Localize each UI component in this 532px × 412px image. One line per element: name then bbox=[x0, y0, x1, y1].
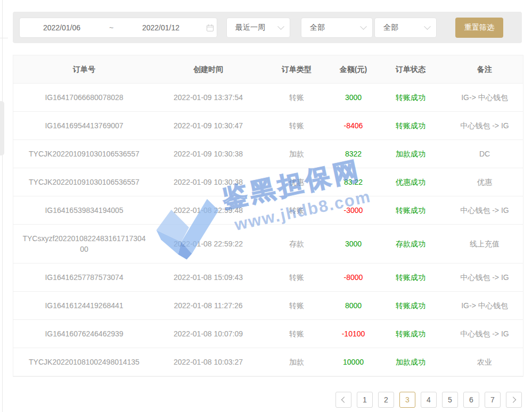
cell-order-no: IG16417066680078028 bbox=[13, 84, 155, 111]
cell-amount: -8000 bbox=[332, 263, 375, 291]
date-start-value[interactable]: 2022/01/06 bbox=[20, 23, 104, 32]
cell-order-no: TYCJK202201091030106536557 bbox=[13, 168, 155, 196]
cell-created-time: 2022-01-08 11:27:26 bbox=[155, 292, 261, 319]
cell-amount: 3000 bbox=[332, 230, 375, 258]
order-status-select[interactable]: 全部 bbox=[374, 18, 437, 38]
cell-remark: IG-> 中心钱包 bbox=[446, 292, 523, 319]
date-range-picker[interactable]: 2022/01/06 ~ 2022/01/12 bbox=[19, 18, 217, 38]
cell-created-time: 2022-01-09 10:30:38 bbox=[155, 168, 261, 196]
left-edge-tick bbox=[0, 38, 8, 38]
cell-amount: -8406 bbox=[332, 112, 375, 139]
column-header: 金额(元) bbox=[332, 55, 375, 83]
chevron-down-icon bbox=[277, 23, 284, 30]
cell-order-no: IG16416076246462939 bbox=[13, 320, 155, 348]
table-row: IG164170666800780282022-01-09 13:37:54转账… bbox=[13, 84, 523, 112]
cell-amount: 3000 bbox=[332, 84, 375, 111]
cell-order-status: 转账成功 bbox=[375, 263, 446, 291]
cell-order-no: TYCsxyzf202201082248316171730400 bbox=[13, 225, 155, 263]
page-button-2[interactable]: 2 bbox=[378, 392, 394, 408]
order-table: 订单号创建时间订单类型金额(元)订单状态备注 IG164170666800780… bbox=[13, 55, 523, 377]
page-button-7[interactable]: 7 bbox=[485, 392, 501, 408]
cell-amount: 83.22 bbox=[332, 168, 375, 196]
cell-remark: 中心钱包 -> IG bbox=[446, 112, 523, 139]
cell-created-time: 2022-01-09 13:37:54 bbox=[155, 84, 261, 111]
cell-remark: IG-> 中心钱包 bbox=[446, 84, 523, 111]
cell-order-status: 加款成功 bbox=[375, 140, 446, 168]
table-header-row: 订单号创建时间订单类型金额(元)订单状态备注 bbox=[13, 55, 523, 84]
cell-order-status: 存款成功 bbox=[375, 230, 446, 258]
reset-filter-button[interactable]: 重置筛选 bbox=[455, 18, 503, 38]
cell-order-no: TYCJK202201091030106536557 bbox=[13, 140, 155, 168]
order-type-value: 全部 bbox=[310, 23, 361, 32]
pagination: 1234567 bbox=[330, 392, 522, 408]
cell-order-type: 转账 bbox=[261, 84, 332, 111]
cell-order-status: 加款成功 bbox=[375, 348, 446, 376]
order-table-body: IG164170666800780282022-01-09 13:37:54转账… bbox=[13, 84, 523, 376]
cell-created-time: 2022-01-09 10:30:38 bbox=[155, 140, 261, 168]
column-header: 订单号 bbox=[13, 55, 155, 83]
chevron-down-icon bbox=[360, 23, 367, 30]
cell-order-type: 转账 bbox=[261, 263, 332, 291]
cell-order-no: IG16416124419268441 bbox=[13, 292, 155, 319]
page-button-1[interactable]: 1 bbox=[357, 392, 373, 408]
cell-order-type: 加款 bbox=[261, 140, 332, 168]
cell-order-no: IG16416954413769007 bbox=[13, 112, 155, 139]
chevron-down-icon bbox=[424, 23, 431, 30]
chevron-left-icon bbox=[341, 397, 347, 402]
table-row: IG164162577875730742022-01-08 15:09:43转账… bbox=[13, 263, 523, 292]
cell-order-no: IG16416257787573074 bbox=[13, 263, 155, 291]
cell-amount: 8000 bbox=[332, 292, 375, 319]
page-button-6[interactable]: 6 bbox=[463, 392, 479, 408]
cell-remark: 线上充值 bbox=[446, 230, 523, 258]
cell-order-status: 转账成功 bbox=[375, 84, 446, 111]
date-preset-value: 最近一周 bbox=[235, 23, 279, 32]
cell-order-no: TYCJK202201081002498014135 bbox=[13, 348, 155, 376]
table-row: TYCsxyzf2022010822483161717304002022-01-… bbox=[13, 225, 523, 263]
table-row: TYCJK2022010810024980141352022-01-08 10:… bbox=[13, 348, 523, 376]
cell-amount: 10000 bbox=[332, 348, 375, 376]
chevron-right-icon bbox=[510, 397, 516, 402]
table-row: IG164165398341940052022-01-08 22:59:48转账… bbox=[13, 196, 523, 225]
left-edge-divider bbox=[2, 0, 3, 412]
cell-order-type: 优惠 bbox=[261, 168, 332, 196]
left-edge-strip bbox=[0, 101, 4, 155]
order-type-select[interactable]: 全部 bbox=[301, 18, 373, 38]
column-header: 订单类型 bbox=[261, 55, 332, 83]
date-end-value[interactable]: 2022/01/12 bbox=[119, 23, 203, 32]
table-row: IG164169544137690072022-01-09 10:30:47转账… bbox=[13, 112, 523, 140]
cell-remark: 农业 bbox=[446, 348, 523, 376]
cell-created-time: 2022-01-09 10:30:47 bbox=[155, 112, 261, 139]
order-status-value: 全部 bbox=[383, 23, 425, 32]
calendar-icon bbox=[203, 24, 217, 32]
table-row: TYCJK2022010910301065365572022-01-09 10:… bbox=[13, 140, 523, 168]
cell-order-status: 转账成功 bbox=[375, 292, 446, 319]
cell-order-type: 转账 bbox=[261, 292, 332, 319]
cell-order-type: 加款 bbox=[261, 348, 332, 376]
cell-created-time: 2022-01-08 15:09:43 bbox=[155, 263, 261, 291]
cell-order-no: IG16416539834194005 bbox=[13, 196, 155, 224]
column-header: 创建时间 bbox=[155, 55, 261, 83]
date-preset-select[interactable]: 最近一周 bbox=[226, 18, 290, 38]
page-button-3[interactable]: 3 bbox=[399, 392, 415, 408]
cell-amount: -10100 bbox=[332, 320, 375, 348]
cell-order-type: 转账 bbox=[261, 320, 332, 348]
table-row: IG164160762464629392022-01-08 10:07:09转账… bbox=[13, 320, 523, 348]
cell-created-time: 2022-01-08 10:03:27 bbox=[155, 348, 261, 376]
page-button-4[interactable]: 4 bbox=[421, 392, 437, 408]
page-button-5[interactable]: 5 bbox=[442, 392, 458, 408]
cell-order-type: 转账 bbox=[261, 112, 332, 139]
cell-remark: 中心钱包 -> IG bbox=[446, 196, 523, 224]
cell-remark: 中心钱包 -> IG bbox=[446, 263, 523, 291]
cell-order-type: 转账 bbox=[261, 196, 332, 224]
cell-remark: 中心钱包 -> IG bbox=[446, 320, 523, 348]
column-header: 订单状态 bbox=[375, 55, 446, 83]
cell-created-time: 2022-01-08 10:07:09 bbox=[155, 320, 261, 348]
table-row: IG164161244192684412022-01-08 11:27:26转账… bbox=[13, 292, 523, 320]
pagination-next-button[interactable] bbox=[506, 392, 522, 408]
column-header: 备注 bbox=[446, 55, 523, 83]
pagination-prev-button[interactable] bbox=[335, 392, 351, 408]
table-row: TYCJK2022010910301065365572022-01-09 10:… bbox=[13, 168, 523, 196]
cell-order-status: 转账成功 bbox=[375, 320, 446, 348]
cell-remark: DC bbox=[446, 140, 523, 168]
cell-order-type: 存款 bbox=[261, 230, 332, 258]
